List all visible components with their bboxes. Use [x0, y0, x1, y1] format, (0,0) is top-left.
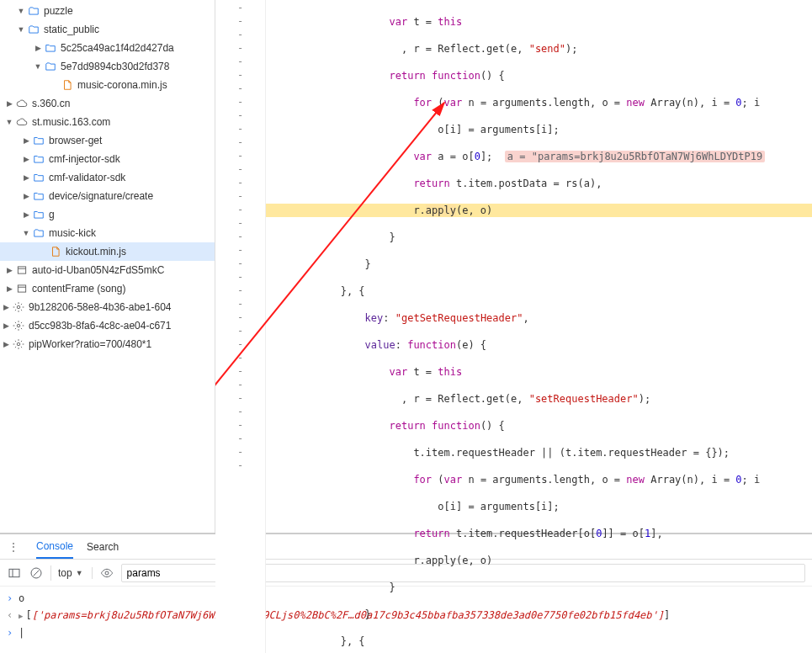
tree-label: s.360.cn	[32, 98, 70, 109]
folder-icon	[32, 208, 45, 221]
gear-icon	[12, 319, 25, 332]
tree-label: cmf-injector-sdk	[49, 153, 120, 165]
chevron-down-icon: ▼	[17, 25, 25, 34]
tree-label: contentFrame (song)	[32, 283, 125, 295]
chevron-right-icon[interactable]: ▶	[19, 612, 23, 620]
tree-item-domain[interactable]: ▶ s.360.cn	[0, 94, 215, 113]
gutter[interactable]: ---- ---- ---- ---- ---- ---- ---- ---- …	[215, 0, 266, 653]
tab-console[interactable]: Console	[36, 535, 73, 559]
tree-item-puzzle[interactable]: ▼ puzzle	[0, 2, 215, 20]
tree-item-worker[interactable]: ▶ 9b128206-58e8-4b36-abe1-604	[0, 298, 215, 316]
chevron-right-icon: ▶	[22, 155, 30, 163]
tree-item-file[interactable]: music-corona.min.js	[0, 76, 215, 94]
tree-label: browser-get	[49, 135, 102, 146]
file-icon	[49, 245, 62, 258]
tree-label: device/signature/create	[49, 190, 153, 202]
tree-item-frame[interactable]: ▶ contentFrame (song)	[0, 279, 215, 298]
cloud-icon	[15, 97, 29, 110]
file-tree[interactable]: ▼ puzzle ▼ static_public ▶ 5c25ca49ac1f4…	[0, 0, 215, 533]
tree-label: pipWorker?ratio=700/480*1	[29, 338, 151, 350]
frame-icon	[15, 282, 29, 295]
separator	[50, 565, 51, 581]
tree-label: d5cc983b-8fa6-4c8c-ae04-c671	[29, 320, 171, 332]
chevron-right-icon: ▶	[22, 210, 30, 219]
chevron-right-icon: ▶	[34, 44, 42, 52]
svg-line-11	[34, 570, 40, 576]
tree-label: music-corona.min.js	[77, 79, 167, 91]
tree-label: puzzle	[44, 5, 73, 17]
more-tabs-icon[interactable]: ⋮	[5, 541, 23, 553]
folder-icon	[32, 189, 45, 203]
tab-search[interactable]: Search	[87, 536, 119, 558]
tree-label: static_public	[44, 24, 99, 35]
tree-item-static-public[interactable]: ▼ static_public	[0, 20, 215, 39]
tree-label: cmf-validator-sdk	[49, 172, 125, 183]
chevron-down-icon: ▼	[22, 229, 30, 237]
chevron-down-icon: ▼	[5, 118, 13, 126]
tree-item-frame[interactable]: ▶ auto-id-Uban05N4zFdS5mkC	[0, 261, 215, 279]
tree-item[interactable]: ▼ music-kick	[0, 224, 215, 242]
tree-item-domain[interactable]: ▼ st.music.163.com	[0, 113, 215, 131]
tree-label: 9b128206-58e8-4b36-abe1-604	[29, 301, 171, 313]
context-selector[interactable]: top ▼	[58, 567, 93, 579]
chevron-down-icon: ▼	[17, 7, 25, 15]
cloud-icon	[15, 115, 29, 129]
folder-icon	[32, 171, 45, 184]
chevron-right-icon: ▶	[5, 284, 13, 293]
tree-item-file-selected[interactable]: kickout.min.js	[0, 242, 215, 261]
chevron-right-icon: ▶	[22, 173, 30, 182]
tree-label: 5e7dd9894cb30d2fd378	[61, 61, 169, 72]
context-label: top	[58, 567, 72, 579]
chevron-right-icon: ▶	[5, 266, 13, 274]
svg-rect-2	[18, 285, 25, 292]
tree-item-worker[interactable]: ▶ d5cc983b-8fa6-4c8c-ae04-c671	[0, 316, 215, 335]
tree-label: kickout.min.js	[66, 246, 126, 257]
svg-point-12	[105, 571, 109, 575]
svg-point-4	[17, 305, 20, 309]
tree-label: st.music.163.com	[32, 116, 110, 128]
folder-icon	[32, 134, 45, 147]
chevron-right-icon: ▶	[22, 136, 30, 145]
highlighted-line: r.apply(e, o)	[266, 204, 812, 217]
gear-icon	[12, 300, 25, 314]
input-arrow-icon: ›	[7, 625, 19, 640]
tree-label: auto-id-Uban05N4zFdS5mkC	[32, 264, 164, 276]
svg-rect-8	[9, 569, 19, 576]
svg-point-5	[17, 324, 20, 327]
svg-point-6	[17, 342, 20, 346]
folder-icon	[32, 226, 45, 240]
tree-item[interactable]: ▶ g	[0, 205, 215, 224]
clear-console-icon[interactable]	[29, 565, 44, 581]
tree-item[interactable]: ▶ cmf-validator-sdk	[0, 168, 215, 187]
file-icon	[61, 78, 74, 92]
input-arrow-icon: ›	[7, 591, 19, 606]
chevron-right-icon: ▶	[2, 340, 10, 348]
folder-icon	[27, 4, 40, 18]
svg-rect-0	[18, 267, 25, 273]
frame-icon	[15, 263, 29, 277]
folder-icon	[44, 41, 57, 55]
output-arrow-icon: ‹	[7, 608, 19, 623]
eye-icon[interactable]	[99, 565, 114, 581]
folder-icon	[44, 60, 57, 73]
tree-label: 5c25ca49ac1f4d2d427da	[61, 42, 174, 54]
sidebar-toggle-icon[interactable]	[7, 565, 22, 581]
chevron-down-icon: ▼	[76, 569, 83, 577]
tree-label: g	[49, 209, 55, 220]
inline-value: a = "params=brkj8u2u5RbfOTaN7Wj6WhLDYDtP…	[505, 151, 765, 162]
code-editor: ---- ---- ---- ---- ---- ---- ---- ---- …	[215, 0, 812, 533]
chevron-right-icon: ▶	[2, 303, 10, 311]
folder-icon	[27, 23, 40, 36]
tree-label: music-kick	[49, 227, 96, 239]
tree-item[interactable]: ▶ cmf-injector-sdk	[0, 150, 215, 168]
gear-icon	[12, 337, 25, 351]
folder-icon	[32, 152, 45, 166]
tree-item[interactable]: ▼ 5e7dd9894cb30d2fd378	[0, 57, 215, 76]
tree-item[interactable]: ▶ 5c25ca49ac1f4d2d427da	[0, 39, 215, 57]
tree-item[interactable]: ▶ browser-get	[0, 131, 215, 150]
chevron-down-icon: ▼	[34, 62, 42, 71]
tree-item-worker[interactable]: ▶ pipWorker?ratio=700/480*1	[0, 335, 215, 353]
tree-item[interactable]: ▶ device/signature/create	[0, 187, 215, 205]
code-content[interactable]: var t = this , r = Reflect.get(e, "send"…	[266, 0, 812, 653]
chevron-right-icon: ▶	[2, 321, 10, 330]
